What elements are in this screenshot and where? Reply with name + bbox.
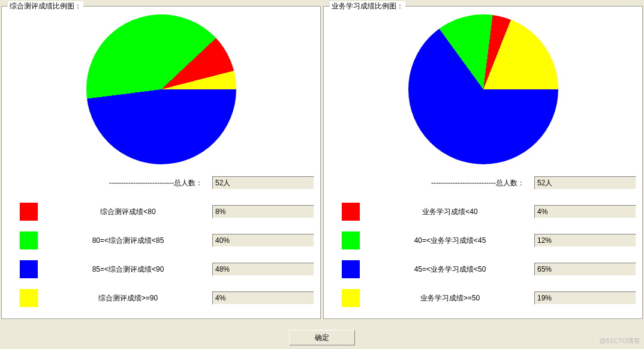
ok-button[interactable]: 确定 (289, 330, 355, 345)
panel-right-title: 业务学习成绩比例图： (330, 1, 405, 11)
right-row-0-label: 业务学习成绩<40 (372, 207, 534, 217)
pie-chart-left (86, 14, 236, 164)
left-total-row: ---------------------------总人数： 52人 (8, 171, 314, 195)
left-total-label-cell: ---------------------------总人数： (50, 178, 212, 188)
right-legend: ---------------------------总人数： 52人 业务学习… (330, 171, 636, 310)
right-total-label-cell: ---------------------------总人数： (372, 178, 534, 188)
panel-left: 综合测评成绩比例图： ---------------------------总人… (1, 1, 321, 319)
right-row-3: 业务学习成绩>=50 19% (330, 286, 636, 310)
left-total-value: 52人 (212, 176, 314, 189)
left-row-3-label: 综合测评成绩>=90 (50, 293, 212, 303)
left-pie-wrap (8, 11, 314, 167)
left-row-3-value: 4% (212, 291, 314, 305)
left-row-2-value: 48% (212, 263, 314, 276)
right-row-0-value: 4% (534, 205, 636, 218)
swatch-green-icon (342, 231, 360, 249)
left-row-1: 80=<综合测评成绩<85 40% (8, 228, 314, 252)
swatch-red-icon (20, 203, 38, 221)
pie-chart-right (408, 14, 558, 164)
right-total-value-cell: 52人 (534, 176, 636, 189)
panel-left-title: 综合测评成绩比例图： (8, 1, 83, 11)
left-total-dashes: --------------------------- (109, 179, 174, 187)
right-row-2: 45=<业务学习成绩<50 65% (330, 257, 636, 281)
right-row-0: 业务学习成绩<40 4% (330, 200, 636, 224)
swatch-green-icon (20, 231, 38, 249)
right-row-3-label: 业务学习成绩>=50 (372, 293, 534, 303)
watermark: @51CTO博客 (600, 336, 640, 345)
panel-right: 业务学习成绩比例图： ---------------------------总人… (323, 1, 643, 319)
left-row-2-label: 85=<综合测评成绩<90 (50, 264, 212, 275)
swatch-yellow-icon (342, 289, 360, 307)
right-total-value: 52人 (534, 176, 636, 189)
right-total-label: 总人数： (496, 179, 525, 187)
swatch-blue-icon (342, 260, 360, 278)
right-pie-wrap (330, 11, 636, 167)
swatch-yellow-icon (20, 289, 38, 307)
right-row-2-label: 45=<业务学习成绩<50 (372, 264, 534, 275)
left-total-value-cell: 52人 (212, 176, 314, 189)
left-total-label: 总人数： (174, 179, 203, 187)
left-row-2: 85=<综合测评成绩<90 48% (8, 257, 314, 281)
left-row-3: 综合测评成绩>=90 4% (8, 286, 314, 310)
left-row-1-value: 40% (212, 234, 314, 247)
right-row-1-value: 12% (534, 234, 636, 247)
panels-container: 综合测评成绩比例图： ---------------------------总人… (1, 1, 643, 319)
right-row-2-value: 65% (534, 263, 636, 276)
right-row-1-label: 40=<业务学习成绩<45 (372, 236, 534, 246)
right-row-3-value: 19% (534, 291, 636, 305)
left-legend: ---------------------------总人数： 52人 综合测评… (8, 171, 314, 310)
left-row-0: 综合测评成绩<80 8% (8, 200, 314, 224)
left-row-1-label: 80=<综合测评成绩<85 (50, 236, 212, 246)
swatch-blue-icon (20, 260, 38, 278)
left-row-0-label: 综合测评成绩<80 (50, 207, 212, 217)
swatch-red-icon (342, 203, 360, 221)
left-row-0-value: 8% (212, 205, 314, 218)
right-total-row: ---------------------------总人数： 52人 (330, 171, 636, 195)
right-total-dashes: --------------------------- (431, 179, 496, 187)
right-row-1: 40=<业务学习成绩<45 12% (330, 228, 636, 252)
button-row: 确定 (0, 330, 644, 345)
